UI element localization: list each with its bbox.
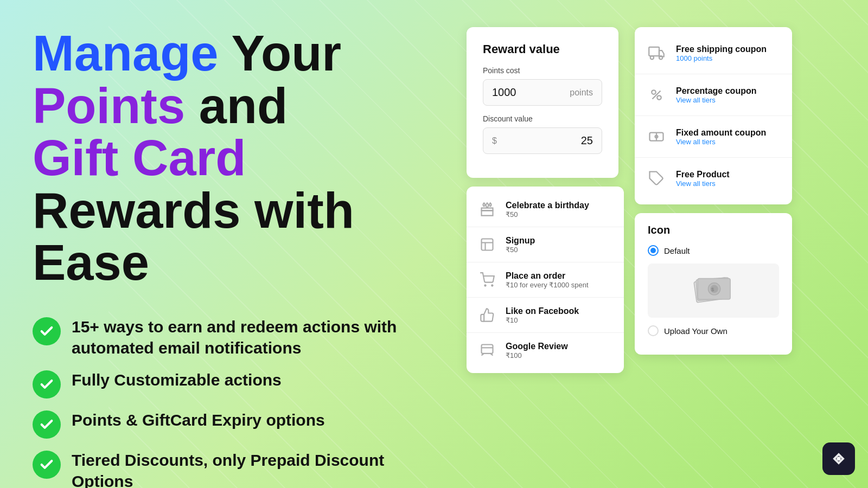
action-info-order: Place an order ₹10 for every ₹1000 spent	[506, 271, 589, 289]
check-icon-3	[33, 410, 61, 439]
feature-item-2: Fully Customizable actions	[33, 369, 445, 399]
headline: Manage Your Points and Gift Card Rewards…	[33, 27, 445, 289]
icon-card-title: Icon	[648, 224, 779, 236]
svg-point-14	[657, 95, 661, 100]
action-info-google: Google Review ₹100	[506, 342, 568, 359]
middle-column: Reward value Points cost 1000 points Dis…	[467, 27, 624, 373]
coupon-name-shipping: Free shipping coupon	[676, 44, 767, 54]
reward-card-title: Reward value	[483, 42, 602, 56]
action-info-facebook: Like on Facebook ₹10	[506, 306, 579, 324]
reward-value-card: Reward value Points cost 1000 points Dis…	[467, 27, 618, 178]
action-name-birthday: Celebrate a birthday	[506, 201, 589, 210]
action-item-signup[interactable]: Signup ₹50	[467, 227, 624, 262]
coupon-item-shipping[interactable]: Free shipping coupon 1000 points	[635, 33, 792, 74]
coupons-card: Free shipping coupon 1000 points P	[635, 27, 792, 204]
coupon-info-percentage: Percentage coupon View all tiers	[676, 86, 756, 104]
truck-icon	[646, 42, 667, 64]
action-points-birthday: ₹50	[506, 210, 589, 219]
icon-widget-card: Icon Default $	[635, 213, 792, 355]
points-cost-label: Points cost	[483, 66, 602, 75]
action-name-order: Place an order	[506, 271, 589, 281]
svg-line-13	[653, 91, 661, 99]
discount-value: 25	[581, 134, 593, 147]
svg-point-4	[492, 285, 493, 286]
svg-point-12	[652, 90, 656, 94]
tag-icon	[646, 168, 667, 189]
coupon-info-free-product: Free Product View all tiers	[676, 170, 730, 188]
birthday-icon	[477, 200, 497, 219]
coupon-name-percentage: Percentage coupon	[676, 86, 756, 96]
actions-card: Celebrate a birthday ₹50 Signup	[467, 187, 624, 373]
points-cost-input[interactable]: 1000 points	[483, 79, 602, 106]
svg-rect-9	[649, 47, 659, 56]
radio-default-dot[interactable]	[648, 245, 659, 256]
radio-upload-dot[interactable]	[648, 325, 659, 336]
action-info-signup: Signup ₹50	[506, 236, 535, 254]
headline-points: Points	[33, 78, 185, 133]
feature-text-4: Tiered Discounts, only Prepaid Discount …	[72, 450, 445, 488]
feature-text-1: 15+ ways to earn and redeem actions with…	[72, 316, 445, 358]
action-item-google[interactable]: Google Review ₹100	[467, 333, 624, 368]
action-points-facebook: ₹10	[506, 316, 579, 324]
coupon-sub-shipping: 1000 points	[676, 54, 767, 62]
radio-option-default[interactable]: Default	[648, 245, 779, 256]
icon-preview: $	[648, 264, 779, 318]
percent-icon	[646, 84, 667, 106]
like-icon	[477, 305, 497, 325]
headline-manage: Manage	[33, 25, 219, 81]
coupon-sub-free-product[interactable]: View all tiers	[676, 179, 730, 188]
coupon-name-fixed: Fixed amount coupon	[676, 128, 766, 138]
headline-giftcard: Gift Card	[33, 130, 246, 185]
review-icon	[477, 341, 497, 360]
coupon-icon	[646, 126, 667, 147]
left-section: Manage Your Points and Gift Card Rewards…	[33, 22, 445, 466]
radio-option-upload[interactable]: Upload Your Own	[648, 325, 779, 336]
radio-default-label: Default	[664, 246, 690, 255]
action-points-signup: ₹50	[506, 246, 535, 254]
svg-point-3	[484, 285, 486, 286]
feature-text-2: Fully Customizable actions	[72, 369, 282, 390]
headline-rewards: Rewards with Ease	[33, 183, 354, 291]
discount-input[interactable]: $ 25	[483, 127, 602, 154]
svg-rect-5	[482, 345, 493, 354]
feature-item-4: Tiered Discounts, only Prepaid Discount …	[33, 450, 445, 488]
action-points-order: ₹10 for every ₹1000 spent	[506, 281, 589, 289]
feature-item-3: Points & GiftCard Expiry options	[33, 409, 445, 439]
coupon-item-percentage[interactable]: Percentage coupon View all tiers	[635, 74, 792, 116]
coupon-info-fixed: Fixed amount coupon View all tiers	[676, 128, 766, 146]
coupon-sub-percentage[interactable]: View all tiers	[676, 96, 756, 104]
discount-label: Discount value	[483, 114, 602, 123]
coupon-item-fixed[interactable]: Fixed amount coupon View all tiers	[635, 116, 792, 158]
coupon-sub-fixed[interactable]: View all tiers	[676, 138, 766, 146]
action-item-birthday[interactable]: Celebrate a birthday ₹50	[467, 192, 624, 227]
right-column: Free shipping coupon 1000 points P	[635, 27, 792, 355]
action-name-signup: Signup	[506, 236, 535, 246]
svg-point-11	[659, 56, 662, 59]
right-section: Reward value Points cost 1000 points Dis…	[467, 22, 835, 466]
radio-upload-label: Upload Your Own	[664, 326, 727, 336]
feature-item-1: 15+ ways to earn and redeem actions with…	[33, 316, 445, 358]
headline-and: and	[185, 78, 288, 133]
svg-point-24	[837, 457, 840, 460]
feature-list: 15+ ways to earn and redeem actions with…	[33, 316, 445, 488]
check-icon-4	[33, 451, 61, 479]
signup-icon	[477, 235, 497, 254]
points-unit: points	[570, 88, 593, 98]
action-item-order[interactable]: Place an order ₹10 for every ₹1000 spent	[467, 262, 624, 298]
svg-text:$: $	[711, 286, 714, 292]
app-logo	[822, 442, 855, 475]
coupon-item-free-product[interactable]: Free Product View all tiers	[635, 158, 792, 199]
feature-text-3: Points & GiftCard Expiry options	[72, 409, 325, 431]
svg-point-10	[650, 56, 654, 59]
svg-rect-0	[482, 239, 493, 251]
currency-symbol: $	[492, 136, 497, 146]
coupon-info-shipping: Free shipping coupon 1000 points	[676, 44, 767, 62]
headline-your: Your	[219, 25, 342, 81]
action-info-birthday: Celebrate a birthday ₹50	[506, 201, 589, 219]
coupon-name-free-product: Free Product	[676, 170, 730, 179]
check-icon-1	[33, 317, 61, 345]
points-cost-value: 1000	[492, 86, 516, 99]
check-icon-2	[33, 370, 61, 399]
action-item-facebook[interactable]: Like on Facebook ₹10	[467, 298, 624, 333]
action-points-google: ₹100	[506, 351, 568, 359]
